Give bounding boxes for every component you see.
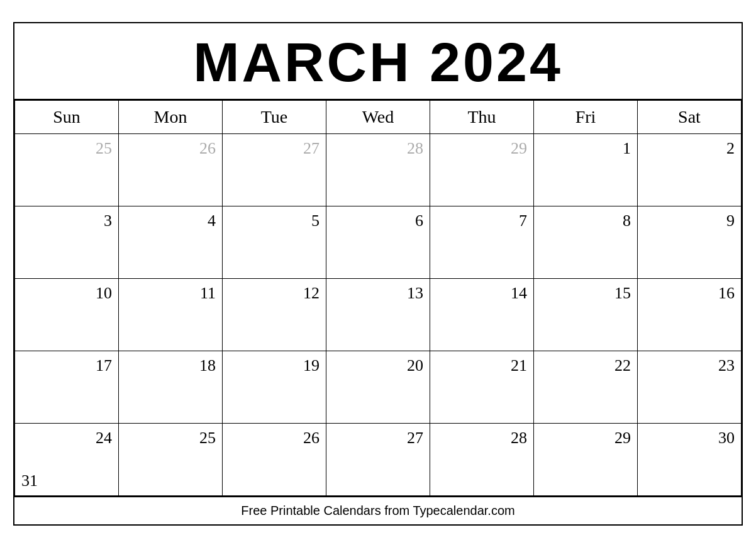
day-secondary-4-0: 31: [21, 471, 38, 490]
day-cell-0-1[interactable]: 26: [119, 133, 223, 206]
day-cell-2-2[interactable]: 12: [223, 278, 326, 351]
day-cell-1-6[interactable]: 9: [638, 206, 742, 278]
day-cell-3-6[interactable]: 23: [638, 351, 742, 423]
calendar-grid: Sun Mon Tue Wed Thu Fri Sat 252627282912…: [14, 100, 742, 496]
week-row-5: 2431252627282930: [15, 423, 742, 495]
day-cell-1-0[interactable]: 3: [15, 206, 119, 278]
week-row-4: 17181920212223: [15, 351, 742, 423]
week-row-2: 3456789: [15, 206, 742, 278]
col-fri: Fri: [534, 100, 638, 133]
calendar-header: MARCH 2024: [14, 23, 742, 100]
day-cell-4-2[interactable]: 26: [223, 423, 326, 495]
calendar-footer: Free Printable Calendars from Typecalend…: [14, 496, 742, 524]
day-cell-3-4[interactable]: 21: [430, 351, 534, 423]
col-tue: Tue: [223, 100, 326, 133]
day-cell-2-0[interactable]: 10: [15, 278, 119, 351]
day-cell-1-1[interactable]: 4: [119, 206, 223, 278]
day-cell-2-6[interactable]: 16: [638, 278, 742, 351]
col-sat: Sat: [638, 100, 742, 133]
day-cell-0-3[interactable]: 28: [326, 133, 430, 206]
day-cell-4-5[interactable]: 29: [534, 423, 638, 495]
col-wed: Wed: [326, 100, 430, 133]
day-cell-4-1[interactable]: 25: [119, 423, 223, 495]
day-cell-4-6[interactable]: 30: [638, 423, 742, 495]
day-cell-4-0[interactable]: 2431: [15, 423, 119, 495]
day-cell-3-3[interactable]: 20: [326, 351, 430, 423]
week-row-1: 252627282912: [15, 133, 742, 206]
day-cell-3-0[interactable]: 17: [15, 351, 119, 423]
calendar-title: MARCH 2024: [14, 35, 742, 90]
day-cell-1-4[interactable]: 7: [430, 206, 534, 278]
col-mon: Mon: [119, 100, 223, 133]
day-cell-2-1[interactable]: 11: [119, 278, 223, 351]
day-cell-4-4[interactable]: 28: [430, 423, 534, 495]
day-cell-1-5[interactable]: 8: [534, 206, 638, 278]
day-cell-1-3[interactable]: 6: [326, 206, 430, 278]
col-sun: Sun: [15, 100, 119, 133]
day-cell-4-3[interactable]: 27: [326, 423, 430, 495]
day-cell-0-2[interactable]: 27: [223, 133, 326, 206]
week-row-3: 10111213141516: [15, 278, 742, 351]
days-of-week-row: Sun Mon Tue Wed Thu Fri Sat: [15, 100, 742, 133]
day-cell-0-4[interactable]: 29: [430, 133, 534, 206]
day-cell-2-3[interactable]: 13: [326, 278, 430, 351]
calendar-container: MARCH 2024 Sun Mon Tue Wed Thu Fri Sat 2…: [13, 22, 743, 526]
day-cell-3-5[interactable]: 22: [534, 351, 638, 423]
day-cell-0-0[interactable]: 25: [15, 133, 119, 206]
day-cell-3-1[interactable]: 18: [119, 351, 223, 423]
day-cell-2-5[interactable]: 15: [534, 278, 638, 351]
col-thu: Thu: [430, 100, 534, 133]
day-cell-3-2[interactable]: 19: [223, 351, 326, 423]
day-cell-1-2[interactable]: 5: [223, 206, 326, 278]
day-cell-0-5[interactable]: 1: [534, 133, 638, 206]
day-cell-2-4[interactable]: 14: [430, 278, 534, 351]
day-cell-0-6[interactable]: 2: [638, 133, 742, 206]
